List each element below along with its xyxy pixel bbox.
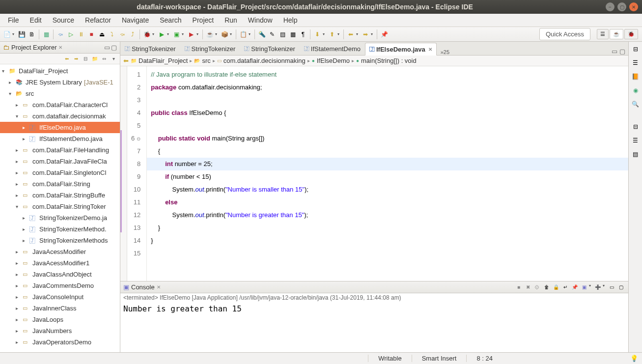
- new-package-icon[interactable]: 📦: [220, 29, 229, 39]
- code-content[interactable]: // Java program to illustrate if-else st…: [147, 66, 628, 281]
- console-output[interactable]: Number is greater than 15: [120, 302, 628, 352]
- tree-item[interactable]: ▾📁DataFlair_Project: [0, 65, 120, 77]
- java-perspective-button[interactable]: ☕: [610, 29, 623, 39]
- project-tree[interactable]: ▾📁DataFlair_Project▸📚JRE System Library[…: [0, 64, 120, 352]
- tasks-trim-icon[interactable]: ☰: [630, 135, 641, 146]
- run-icon[interactable]: ▶: [157, 29, 167, 39]
- show-whitespace-icon[interactable]: ¶: [298, 29, 308, 39]
- new-icon[interactable]: 📄: [2, 29, 12, 39]
- tree-item[interactable]: ▸▭com.DataFlair.FileHandling: [0, 144, 120, 156]
- search-trim-icon[interactable]: 🔍: [630, 99, 641, 110]
- pin-console-icon[interactable]: 📌: [570, 283, 579, 291]
- word-wrap-icon[interactable]: ↵: [561, 283, 570, 291]
- minimize-button[interactable]: −: [606, 2, 614, 11]
- open-perspective-button[interactable]: ☰: [597, 29, 609, 39]
- forward-icon[interactable]: ➡: [361, 29, 370, 39]
- tree-item[interactable]: ▸📚JRE System Library[JavaSE-1: [0, 77, 120, 88]
- cheatsheet-trim-icon[interactable]: 📙: [630, 71, 641, 82]
- maximize-console-icon[interactable]: ▢: [616, 283, 625, 291]
- disconnect-icon[interactable]: ⏏: [97, 29, 107, 39]
- tree-item[interactable]: ▸▭JavaInnerClass: [0, 303, 120, 314]
- editor-tab[interactable]: 🇯IfStatementDemo: [300, 42, 365, 55]
- remove-launch-icon[interactable]: ✖: [524, 283, 532, 291]
- tree-item[interactable]: ▸🇯StringTokenizerDemo.ja: [0, 212, 120, 224]
- debug-perspective-button[interactable]: 🐞: [624, 29, 638, 39]
- breadcrumb-item[interactable]: DataFlair_Project: [139, 57, 188, 64]
- resume-icon[interactable]: ▷: [66, 29, 76, 39]
- save-icon[interactable]: 💾: [17, 29, 27, 39]
- tree-item[interactable]: ▸🇯IfStatementDemo.java: [0, 133, 120, 144]
- debug-icon[interactable]: 🐞: [142, 29, 152, 39]
- link-editor-icon[interactable]: ➡: [72, 55, 81, 63]
- tree-item[interactable]: ▾▭com.DataFlair.StringToker: [0, 201, 120, 212]
- tree-item[interactable]: ▾▭com.dataflair.decisionmak: [0, 111, 120, 122]
- maximize-button[interactable]: ▢: [617, 2, 626, 11]
- tree-item[interactable]: ▸▭JavaClassAndObject: [0, 269, 120, 280]
- tree-item[interactable]: ▸🇯IfElseDemo.java: [0, 122, 120, 133]
- search-icon[interactable]: 🔦: [257, 29, 267, 39]
- terminate-console-icon[interactable]: ■: [514, 283, 523, 291]
- terminate-icon[interactable]: ■: [86, 29, 96, 39]
- menu-file[interactable]: File: [3, 14, 24, 26]
- tree-item[interactable]: ▸🇯StringTokenizerMethods: [0, 235, 120, 246]
- tip-icon[interactable]: 💡: [630, 355, 638, 362]
- focus-icon[interactable]: ⊟: [81, 55, 90, 63]
- save-all-icon[interactable]: 🗎: [27, 29, 37, 39]
- breadcrumb-item[interactable]: main(String[]) : void: [361, 57, 417, 64]
- close-button[interactable]: ✕: [629, 2, 638, 11]
- editor-tab[interactable]: 🇯StringTokenizer: [120, 42, 180, 55]
- open-type-icon[interactable]: ▦: [41, 29, 51, 39]
- editor-tab[interactable]: 🇯StringTokenizer: [240, 42, 300, 55]
- tree-item[interactable]: ▸▭JavaConsoleInput: [0, 291, 120, 303]
- outline2-trim-icon[interactable]: ▤: [630, 149, 641, 160]
- tree-item[interactable]: ▸▭com.DataFlair.StringBuffe: [0, 190, 120, 201]
- scroll-lock-icon[interactable]: 🔒: [552, 283, 560, 291]
- display-console-icon[interactable]: ▣: [580, 283, 588, 291]
- toggle-block-icon[interactable]: ▦: [288, 29, 298, 39]
- tree-item[interactable]: ▸🇯StringTokenizerMethod.: [0, 224, 120, 235]
- tree-item[interactable]: ▸▭JavaCommentsDemo: [0, 280, 120, 291]
- menu-search[interactable]: Search: [155, 14, 186, 26]
- tree-item[interactable]: ▸▭com.DataFlair.JavaFileCla: [0, 156, 120, 167]
- tree-item[interactable]: ▸▭JavaAcessModifier: [0, 246, 120, 257]
- menu-icon[interactable]: ▾: [109, 55, 118, 63]
- skip-breakpoints-icon[interactable]: ⤼: [56, 29, 65, 39]
- outline-trim-icon[interactable]: ⊟: [630, 44, 641, 55]
- pin-icon[interactable]: 📌: [379, 29, 389, 39]
- menu-run[interactable]: Run: [220, 14, 242, 26]
- maximize-editor-icon[interactable]: ▢: [619, 48, 625, 55]
- minimize-editor-icon[interactable]: ▭: [612, 48, 617, 55]
- tree-item[interactable]: ▸▭com.DataFlair.CharacterCl: [0, 99, 120, 111]
- next-annotation-icon[interactable]: ⬇: [312, 29, 322, 39]
- step-into-icon[interactable]: ⤵: [107, 29, 117, 39]
- help-trim-icon[interactable]: ◉: [630, 85, 641, 96]
- filter-icon[interactable]: 📁: [90, 55, 99, 63]
- tree-item[interactable]: ▸▭JavaNumbers: [0, 325, 120, 336]
- line-gutter[interactable]: 123456789101112131415: [127, 66, 147, 281]
- tree-item[interactable]: ▸▭com.DataFlair.SingletonCl: [0, 167, 120, 178]
- open-task-icon[interactable]: 📋: [238, 29, 248, 39]
- breadcrumb-item[interactable]: src: [202, 57, 210, 64]
- coverage-icon[interactable]: ▣: [171, 29, 181, 39]
- code-editor[interactable]: 123456789101112131415 // Java program to…: [120, 66, 628, 281]
- menu-project[interactable]: Project: [188, 14, 219, 26]
- minimize-console-icon[interactable]: ▭: [607, 283, 616, 291]
- menu-help[interactable]: Help: [279, 14, 303, 26]
- menu-edit[interactable]: Edit: [25, 14, 47, 26]
- tree-item[interactable]: ▸▭JavaAcessModifier1: [0, 257, 120, 269]
- step-return-icon[interactable]: ⤴: [128, 29, 138, 39]
- prev-annotation-icon[interactable]: ⬆: [327, 29, 337, 39]
- link-icon[interactable]: ⇔: [100, 55, 109, 63]
- menu-refactor[interactable]: Refactor: [80, 14, 116, 26]
- problems-trim-icon[interactable]: ⊟: [630, 121, 641, 132]
- close-tab-icon[interactable]: ✕: [428, 47, 432, 52]
- clear-console-icon[interactable]: 🗑: [542, 283, 551, 291]
- back-icon[interactable]: ⬅: [346, 29, 356, 39]
- breadcrumb[interactable]: ⬅📁DataFlair_Project▸📂src▸▭com.dataflair.…: [120, 56, 628, 66]
- quick-access-input[interactable]: Quick Access: [539, 28, 590, 40]
- minimize-view-icon[interactable]: ▭: [104, 44, 110, 51]
- tree-item[interactable]: ▸▭JavaLoops: [0, 314, 120, 325]
- tab-overflow[interactable]: »25: [437, 49, 453, 55]
- breadcrumb-item[interactable]: IfElseDemo: [317, 57, 350, 64]
- tree-item[interactable]: ▸▭JavaOperatorsDemo: [0, 336, 120, 348]
